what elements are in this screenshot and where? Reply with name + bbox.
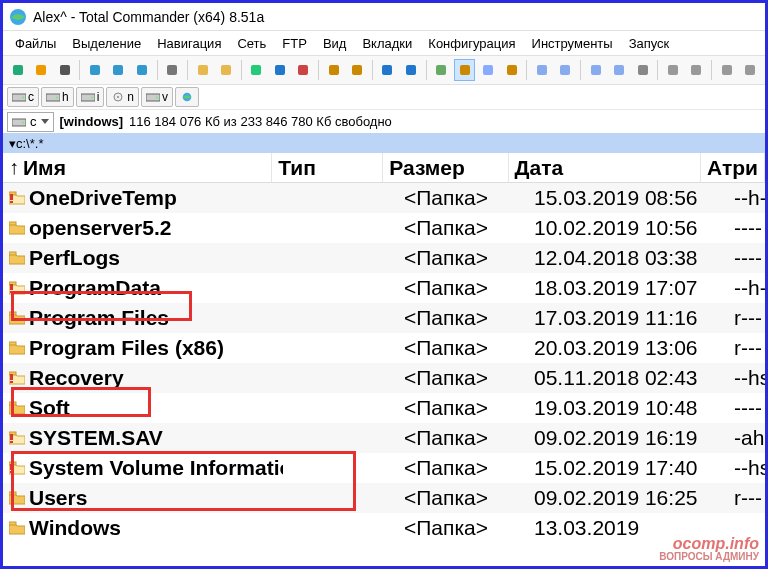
view2-icon[interactable] [454,59,475,81]
file-type [283,333,398,363]
svg-rect-24 [614,65,624,75]
globe-icon[interactable] [377,59,398,81]
refresh-icon[interactable] [7,59,28,81]
table-row[interactable]: OneDriveTemp<Папка>15.03.2019 08:56--h- [3,183,765,213]
table-row[interactable]: Windows<Папка>13.03.2019 [3,513,765,543]
drive-button-c[interactable]: c [7,87,39,107]
menu-item-2[interactable]: Навигация [149,34,229,53]
file-type [283,393,398,423]
svg-point-37 [117,96,119,98]
svg-rect-52 [9,342,16,345]
svg-rect-13 [329,65,339,75]
folder-icon[interactable] [215,59,236,81]
dup-icon[interactable] [585,59,606,81]
drive-selector[interactable]: c [7,112,54,132]
file-name: SYSTEM.SAV [29,426,163,450]
page4-icon[interactable] [739,59,760,81]
drive-button-v[interactable]: v [141,87,173,107]
copy-icon[interactable] [323,59,344,81]
page2-icon[interactable] [686,59,707,81]
ftp-icon[interactable] [400,59,421,81]
menu-item-8[interactable]: Инструменты [524,34,621,53]
file-name: Soft [29,396,70,420]
file-size: <Папка> [398,213,528,243]
back-icon[interactable] [108,59,129,81]
svg-rect-6 [137,65,147,75]
menu-item-3[interactable]: Сеть [229,34,274,53]
drive-button-n[interactable]: n [106,87,139,107]
path-bar[interactable]: ▾c:\*.* [3,133,765,153]
forward-icon[interactable] [131,59,152,81]
svg-rect-9 [221,65,231,75]
svg-rect-46 [9,222,16,225]
menu-item-9[interactable]: Запуск [621,34,678,53]
table-row[interactable]: Recovery<Папка>05.11.2018 02:43--hs [3,363,765,393]
view1-icon[interactable] [431,59,452,81]
menu-item-4[interactable]: FTP [274,34,315,53]
calc-icon[interactable] [632,59,653,81]
col-header-date[interactable]: Дата [509,153,702,182]
file-attr: --hs [728,453,765,483]
page1-icon[interactable] [662,59,683,81]
table-row[interactable]: ProgramData<Папка>18.03.2019 17:07--h- [3,273,765,303]
table-row[interactable]: Program Files<Папка>17.03.2019 11:16r--- [3,303,765,333]
file-type [283,483,398,513]
svg-rect-49 [10,284,13,290]
file-attr [728,513,765,543]
col-header-name[interactable]: ↑ Имя [3,153,272,182]
table-row[interactable]: System Volume Information<Папка>15.02.20… [3,453,765,483]
drive-button-h[interactable]: h [41,87,74,107]
toolbar-separator [241,60,242,80]
gear-icon[interactable] [54,59,75,81]
table-row[interactable]: Program Files (x86)<Папка>20.03.2019 13:… [3,333,765,363]
file-date: 18.03.2019 17:07 [528,273,728,303]
star-icon[interactable] [30,59,51,81]
volume-bar: c [windows] 116 184 076 Кб из 233 846 78… [3,109,765,133]
paste-icon[interactable] [346,59,367,81]
view4-icon[interactable] [501,59,522,81]
svg-rect-45 [10,201,13,203]
col-header-type[interactable]: Тип [272,153,383,182]
svg-rect-56 [9,402,16,405]
reload-icon[interactable] [84,59,105,81]
menu-item-7[interactable]: Конфигурация [420,34,523,53]
file-type [283,243,398,273]
svg-rect-4 [90,65,100,75]
col-header-size[interactable]: Размер [383,153,508,182]
table-row[interactable]: PerfLogs<Папка>12.04.2018 03:38---- [3,243,765,273]
table-row[interactable]: SYSTEM.SAV<Папка>09.02.2019 16:19-ah- [3,423,765,453]
hdd-icon [12,117,26,127]
view3-icon[interactable] [477,59,498,81]
folder-up-icon[interactable] [192,59,213,81]
folder-icon [9,191,25,205]
split-icon[interactable] [555,59,576,81]
flake-blue-icon[interactable] [269,59,290,81]
file-date: 05.11.2018 02:43 [528,363,728,393]
file-date: 17.03.2019 11:16 [528,303,728,333]
menu-item-0[interactable]: Файлы [7,34,64,53]
menu-item-6[interactable]: Вкладки [354,34,420,53]
table-row[interactable]: Soft<Папка>19.03.2019 10:48---- [3,393,765,423]
folder-icon [9,311,25,325]
drive-button-i[interactable]: i [76,87,105,107]
menu-item-1[interactable]: Выделение [64,34,149,53]
flake-green-icon[interactable] [246,59,267,81]
file-attr: --h- [728,273,765,303]
folder-icon [9,371,25,385]
file-attr: r--- [728,303,765,333]
menu-item-5[interactable]: Вид [315,34,355,53]
file-list: OneDriveTemp<Папка>15.03.2019 08:56--h-o… [3,183,765,543]
svg-rect-5 [113,65,123,75]
svg-rect-22 [560,65,570,75]
swap-icon[interactable] [531,59,552,81]
table-row[interactable]: Users<Папка>09.02.2019 16:25r--- [3,483,765,513]
col-header-attr[interactable]: Атри [701,153,765,182]
page3-icon[interactable] [716,59,737,81]
table-row[interactable]: openserver5.2<Папка>10.02.2019 10:56---- [3,213,765,243]
file-type [283,363,398,393]
drive-button-network[interactable] [175,87,199,107]
zoom-icon[interactable] [161,59,182,81]
flake-red-icon[interactable] [293,59,314,81]
titlebar: Alex^ - Total Commander (x64) 8.51a [3,3,765,31]
list-icon[interactable] [608,59,629,81]
